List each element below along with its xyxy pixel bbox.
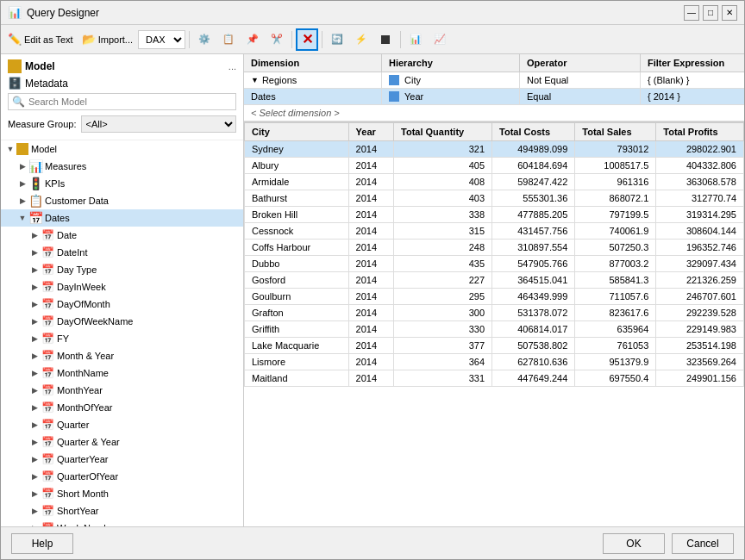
filter-cell-expr-dates: { 2014 } (641, 89, 744, 104)
cell-profits: 196352.746 (656, 240, 744, 256)
dim-dates-label: Dates (251, 91, 276, 102)
expander-monthyear: ▶ (28, 384, 41, 396)
view-button[interactable]: 📊 (404, 28, 427, 51)
run-icon: ⚙️ (198, 34, 210, 45)
tree-item-dayofweekname[interactable]: ▶ 📅 DayOfWeekName (1, 313, 243, 330)
cell-costs: 604184.694 (492, 158, 575, 174)
tree-item-monthyear[interactable]: ▶ 📅 MonthYear (1, 382, 243, 399)
cut-button[interactable]: ✂️ (266, 28, 288, 51)
table-row[interactable]: Maitland 2014 331 447649.244 697550.4 24… (245, 370, 744, 387)
table-row[interactable]: Lake Macquarie 2014 377 507538.802 76105… (245, 338, 744, 354)
tree-item-shortyear[interactable]: ▶ 📅 ShortYear (1, 502, 243, 520)
cell-profits: 363068.578 (656, 174, 744, 190)
data-grid-container[interactable]: City Year Total Quantity Total Costs Tot… (244, 122, 744, 526)
tree-item-dateint[interactable]: ▶ 📅 DateInt (1, 244, 243, 261)
cancel-button[interactable]: Cancel (672, 533, 734, 554)
tree-item-customer-data[interactable]: ▶ 📋 Customer Data (1, 192, 243, 209)
model-title-group: Model (8, 59, 55, 73)
table-row[interactable]: Griffith 2014 330 406814.017 635964 2291… (245, 321, 744, 338)
tree-item-dayinweek[interactable]: ▶ 📅 DayInWeek (1, 278, 243, 296)
table-row[interactable]: Goulburn 2014 295 464349.999 711057.6 24… (245, 289, 744, 305)
calc-icon: ⚡ (355, 34, 367, 45)
cell-year: 2014 (348, 272, 393, 289)
tree-item-monthofyear[interactable]: ▶ 📅 MonthOfYear (1, 399, 243, 416)
tree-item-dates[interactable]: ▼ 📅 Dates (1, 209, 243, 227)
table-row[interactable]: Cessnock 2014 315 431457.756 740061.9 30… (245, 223, 744, 240)
table-row[interactable]: Lismore 2014 364 627810.636 951379.9 323… (245, 354, 744, 370)
filter-row-dates[interactable]: Dates Year Equal { 2014 } (244, 89, 744, 105)
tree-item-week-number[interactable]: ▶ 📅 Week Number (1, 520, 243, 526)
import-button[interactable]: 📂 Import... (78, 28, 136, 51)
cell-city: Sydney (245, 141, 349, 158)
tree-label-monthofyear: MonthOfYear (57, 402, 112, 413)
fy-icon: 📅 (41, 332, 54, 345)
tree-item-quarteryear[interactable]: ▶ 📅 QuarterYear (1, 451, 243, 468)
tree-item-date[interactable]: ▶ 📅 Date (1, 227, 243, 244)
table-row[interactable]: Sydney 2014 321 494989.099 793012 298022… (245, 141, 744, 158)
measure-group-select[interactable]: <All> (81, 115, 236, 133)
measures-icon: 📊 (28, 159, 42, 173)
tree-item-kpis[interactable]: ▶ 🚦 KPIs (1, 175, 243, 192)
table-row[interactable]: Grafton 2014 300 531378.072 823617.6 292… (245, 305, 744, 321)
tree-label-monthname: MonthName (57, 368, 109, 378)
separator-4 (400, 31, 401, 48)
chart-button[interactable]: 📈 (429, 28, 451, 51)
tree-label-model: Model (31, 144, 57, 154)
table-row[interactable]: Dubbo 2014 435 547905.766 877003.2 32909… (245, 256, 744, 272)
help-button[interactable]: Help (11, 533, 73, 554)
table-row[interactable]: Bathurst 2014 403 555301.36 868072.1 312… (245, 190, 744, 207)
cell-year: 2014 (348, 256, 393, 272)
tree-item-quarter-year[interactable]: ▶ 📅 Quarter & Year (1, 433, 243, 451)
table-row[interactable]: Albury 2014 405 604184.694 1008517.5 404… (245, 158, 744, 174)
tree-item-day-type[interactable]: ▶ 📅 Day Type (1, 261, 243, 278)
tree-item-dayofmonth[interactable]: ▶ 📅 DayOfMonth (1, 296, 243, 313)
model-options-button[interactable]: ... (229, 61, 236, 72)
tree-item-fy[interactable]: ▶ 📅 FY (1, 330, 243, 347)
filter-cell-hier-city: City (382, 72, 520, 88)
refresh-button[interactable]: 🔄 (326, 28, 348, 51)
paste-button[interactable]: 📌 (241, 28, 264, 51)
cell-year: 2014 (348, 338, 393, 354)
filter-cell-expr-regions: { (Blank) } (641, 72, 744, 88)
minimize-button[interactable]: — (684, 5, 699, 21)
expander-quarter: ▶ (28, 419, 41, 431)
cell-sales: 797199.5 (575, 207, 656, 223)
tree-label-shortyear: ShortYear (57, 506, 99, 516)
cell-qty: 403 (394, 190, 492, 207)
hier-year-label: Year (404, 91, 423, 102)
tree-label-month-year: Month & Year (57, 351, 114, 361)
model-cube-icon (8, 59, 22, 73)
tree-item-quarter[interactable]: ▶ 📅 Quarter (1, 416, 243, 433)
query-type-select[interactable]: DAX MDX (138, 30, 185, 49)
add-calculated-button[interactable]: ⚡ (350, 28, 372, 51)
tree-item-model[interactable]: ▼ Model (1, 140, 243, 158)
stop-button[interactable] (374, 28, 397, 51)
close-button[interactable]: ✕ (722, 5, 737, 21)
cell-year: 2014 (348, 289, 393, 305)
table-row[interactable]: Broken Hill 2014 338 477885.205 797199.5… (245, 207, 744, 223)
edit-as-text-button[interactable]: ✏️ Edit as Text (4, 28, 77, 51)
tree-item-month-year[interactable]: ▶ 📅 Month & Year (1, 347, 243, 364)
cancel-query-button[interactable]: ✕ (296, 28, 318, 51)
tree-item-measures[interactable]: ▶ 📊 Measures (1, 158, 243, 175)
table-row[interactable]: Gosford 2014 227 364515.041 585841.3 221… (245, 272, 744, 289)
cell-costs: 555301.36 (492, 190, 575, 207)
maximize-button[interactable]: □ (703, 5, 718, 21)
filter-table: Dimension Hierarchy Operator Filter Expr… (244, 54, 744, 122)
cell-qty: 331 (394, 370, 492, 387)
table-row[interactable]: Armidale 2014 408 598247.422 961316 3630… (245, 174, 744, 190)
tree-item-monthname[interactable]: ▶ 📅 MonthName (1, 364, 243, 382)
copy-button[interactable]: 📋 (217, 28, 240, 51)
dayofweekname-icon: 📅 (41, 314, 54, 328)
table-row[interactable]: Coffs Harbour 2014 248 310897.554 507250… (245, 240, 744, 256)
tree-item-quarterofyear[interactable]: ▶ 📅 QuarterOfYear (1, 468, 243, 485)
select-dimension-cell[interactable]: < Select dimension > (244, 105, 382, 121)
ok-button[interactable]: OK (603, 533, 665, 554)
run-query-button[interactable]: ⚙️ (193, 28, 216, 51)
expander-quarter-year: ▶ (28, 436, 41, 448)
cell-city: Goulburn (245, 289, 349, 305)
left-panel: Model ... 🗄️ Metadata 🔍 Measure Group: <… (1, 54, 244, 526)
cell-costs: 627810.636 (492, 354, 575, 370)
tree-item-short-month[interactable]: ▶ 📅 Short Month (1, 485, 243, 502)
search-input[interactable] (28, 96, 232, 107)
